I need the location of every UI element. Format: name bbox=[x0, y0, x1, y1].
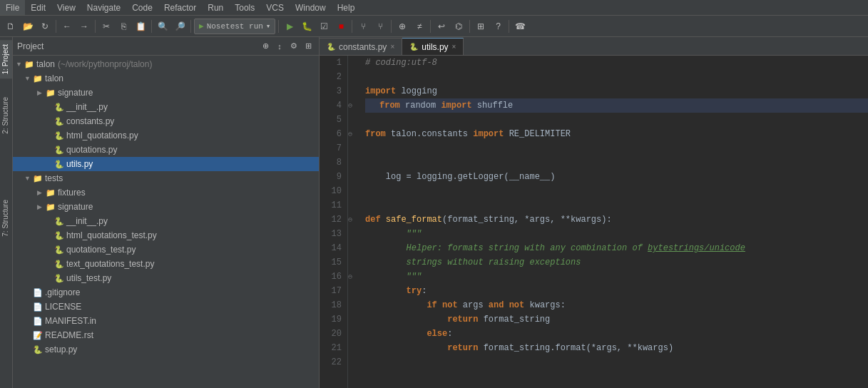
menu-code[interactable]: Code bbox=[126, 0, 158, 15]
tree-root[interactable]: ▼ 📁 talon (~/work/pythonproj/talon) bbox=[13, 57, 319, 71]
tree-html-quotations-test-py[interactable]: 🐍 html_quotations_test.py bbox=[13, 228, 319, 242]
cut-button[interactable]: ✂ bbox=[98, 19, 114, 34]
help-button[interactable]: ? bbox=[490, 19, 506, 34]
tree-init-py[interactable]: 🐍 __init__.py bbox=[13, 100, 319, 114]
copy-button[interactable]: ⎘ bbox=[116, 19, 131, 34]
line-num-14: 14 bbox=[328, 241, 342, 255]
stop-button[interactable]: ■ bbox=[333, 19, 349, 34]
menu-file[interactable]: File bbox=[0, 0, 25, 15]
side-tab-project[interactable]: 1: Project bbox=[0, 40, 12, 78]
open-button[interactable]: 📂 bbox=[20, 19, 36, 34]
replace-button[interactable]: 🔎 bbox=[172, 19, 188, 34]
new-file-button[interactable]: 🗋 bbox=[3, 19, 19, 34]
tree-quotations-test-py[interactable]: 🐍 quotations_test.py bbox=[13, 242, 319, 257]
tab-utils-py[interactable]: 🐍 utils.py × bbox=[402, 38, 464, 55]
talon-folder-icon: 📁 bbox=[33, 74, 43, 83]
tree-tests-folder[interactable]: ▼ 📁 tests bbox=[13, 171, 319, 185]
back-button[interactable]: ← bbox=[59, 19, 75, 34]
panel-gear-button[interactable]: ⚙ bbox=[287, 40, 300, 53]
file-tree: ▼ 📁 talon (~/work/pythonproj/talon) ▼ 📁 … bbox=[13, 56, 319, 388]
code-params-12: (format_string, *args, **kwargs): bbox=[442, 213, 612, 227]
kw-return-19: return bbox=[447, 312, 478, 327]
tree-utils-test-py[interactable]: 🐍 utils_test.py bbox=[13, 271, 319, 285]
copy2-button[interactable]: ⊕ bbox=[394, 19, 410, 34]
tree-quotations-py[interactable]: 🐍 quotations.py bbox=[13, 143, 319, 157]
html-quotations-label: html_quotations.py bbox=[66, 131, 138, 141]
fold-12[interactable]: ⊖ bbox=[348, 213, 358, 227]
code-format-call-21: format_string.format(*args, **kwargs) bbox=[478, 341, 673, 355]
tree-tests-init-py[interactable]: 🐍 __init__.py bbox=[13, 214, 319, 228]
forward-button[interactable]: → bbox=[76, 19, 92, 34]
tree-fixtures-folder[interactable]: ▶ 📁 fixtures bbox=[13, 185, 319, 200]
vcs-button-1[interactable]: ⑂ bbox=[355, 19, 371, 34]
macro-button[interactable]: ⌬ bbox=[451, 19, 466, 34]
utils-tab-label: utils.py bbox=[422, 42, 448, 52]
menu-vcs[interactable]: VCS bbox=[260, 0, 290, 15]
separator-7 bbox=[391, 20, 392, 33]
menu-navigate[interactable]: Navigate bbox=[81, 0, 126, 15]
find-button[interactable]: 🔍 bbox=[155, 19, 170, 34]
code-lines[interactable]: # coding:utf-8 import logging from rando… bbox=[358, 56, 868, 388]
toolbar: 🗋 📂 ↻ ← → ✂ ⎘ 📋 🔍 🔎 ▶ Nosetest run ▾ ▶ 🐛… bbox=[0, 16, 868, 37]
tree-text-quotations-test-py[interactable]: 🐍 text_quotations_test.py bbox=[13, 257, 319, 271]
line-num-19: 19 bbox=[328, 312, 342, 327]
tree-gitignore[interactable]: 📄 .gitignore bbox=[13, 285, 319, 300]
menu-refactor[interactable]: Refactor bbox=[158, 0, 202, 15]
diff-button[interactable]: ≠ bbox=[412, 19, 427, 34]
side-tab-structure2[interactable]: 7: Structure bbox=[0, 195, 12, 241]
android-button[interactable]: ☎ bbox=[512, 19, 528, 34]
fold-9 bbox=[348, 170, 358, 184]
text-quotations-test-label: text_quotations_test.py bbox=[66, 259, 154, 269]
tab-constants-py[interactable]: 🐍 constants.py × bbox=[320, 38, 402, 55]
panel-actions: ⊕ ↕ ⚙ ⊞ bbox=[259, 40, 315, 53]
utils-tab-icon: 🐍 bbox=[409, 43, 418, 51]
code-line-21: return format_string.format(*args, **kwa… bbox=[365, 341, 868, 355]
signature-arrow-icon: ▶ bbox=[37, 89, 46, 96]
fold-16[interactable]: ⊖ bbox=[348, 270, 358, 284]
code-kwargs-18: kwargs: bbox=[524, 298, 566, 312]
terminal-button[interactable]: ⊞ bbox=[473, 19, 489, 34]
sync-button[interactable]: ↻ bbox=[37, 19, 53, 34]
side-tab-structure[interactable]: 2: Structure bbox=[0, 93, 12, 138]
tree-html-quotations-py[interactable]: 🐍 html_quotations.py bbox=[13, 128, 319, 143]
code-talon-constants: talon.constants bbox=[386, 127, 473, 141]
code-line-9: log = logging.getLogger(__name__) bbox=[365, 170, 868, 184]
run-config-dropdown[interactable]: ▶ Nosetest run ▾ bbox=[194, 19, 275, 34]
code-editor[interactable]: 1 2 3 4 5 6 7 8 9 10 11 12 13 14 15 16 1… bbox=[320, 56, 868, 388]
tree-tests-signature-folder[interactable]: ▶ 📁 signature bbox=[13, 200, 319, 214]
code-indent-17 bbox=[365, 284, 407, 298]
quotations-file-icon: 🐍 bbox=[54, 146, 64, 155]
tree-signature-folder[interactable]: ▶ 📁 signature bbox=[13, 86, 319, 100]
panel-settings-button[interactable]: ⊕ bbox=[259, 40, 272, 53]
paste-button[interactable]: 📋 bbox=[133, 19, 148, 34]
menu-run[interactable]: Run bbox=[202, 0, 229, 15]
tree-manifest[interactable]: 📄 MANIFEST.in bbox=[13, 314, 319, 328]
menu-view[interactable]: View bbox=[51, 0, 81, 15]
fold-4[interactable]: ⊖ bbox=[348, 98, 358, 113]
utils-tab-close[interactable]: × bbox=[452, 43, 456, 51]
panel-expand-button[interactable]: ↕ bbox=[273, 40, 286, 53]
tree-readme[interactable]: 📝 README.rst bbox=[13, 328, 319, 342]
menu-help[interactable]: Help bbox=[332, 0, 361, 15]
tree-license[interactable]: 📄 LICENSE bbox=[13, 300, 319, 314]
run-coverage-button[interactable]: ☑ bbox=[316, 19, 332, 34]
constants-label: constants.py bbox=[66, 116, 114, 126]
tree-talon-folder[interactable]: ▼ 📁 talon bbox=[13, 71, 319, 86]
fn-safe-format: safe_format bbox=[386, 213, 442, 227]
code-line-15: strings without raising exceptions bbox=[365, 255, 868, 270]
constants-tab-close[interactable]: × bbox=[390, 43, 394, 51]
undo-button[interactable]: ↩ bbox=[434, 19, 449, 34]
fold-15 bbox=[348, 255, 358, 270]
menu-tools[interactable]: Tools bbox=[229, 0, 260, 15]
menu-window[interactable]: Window bbox=[290, 0, 332, 15]
tree-utils-py[interactable]: 🐍 utils.py bbox=[13, 157, 319, 171]
tree-setup-py[interactable]: 🐍 setup.py bbox=[13, 342, 319, 357]
tree-constants-py[interactable]: 🐍 constants.py bbox=[13, 114, 319, 128]
fold-6[interactable]: ⊖ bbox=[348, 127, 358, 141]
panel-layout-button[interactable]: ⊞ bbox=[302, 40, 315, 53]
vcs-button-2[interactable]: ⑂ bbox=[372, 19, 388, 34]
debug-button[interactable]: 🐛 bbox=[299, 19, 315, 34]
menu-edit[interactable]: Edit bbox=[25, 0, 51, 15]
run-button[interactable]: ▶ bbox=[282, 19, 297, 34]
kw-if-18: if bbox=[427, 298, 436, 312]
